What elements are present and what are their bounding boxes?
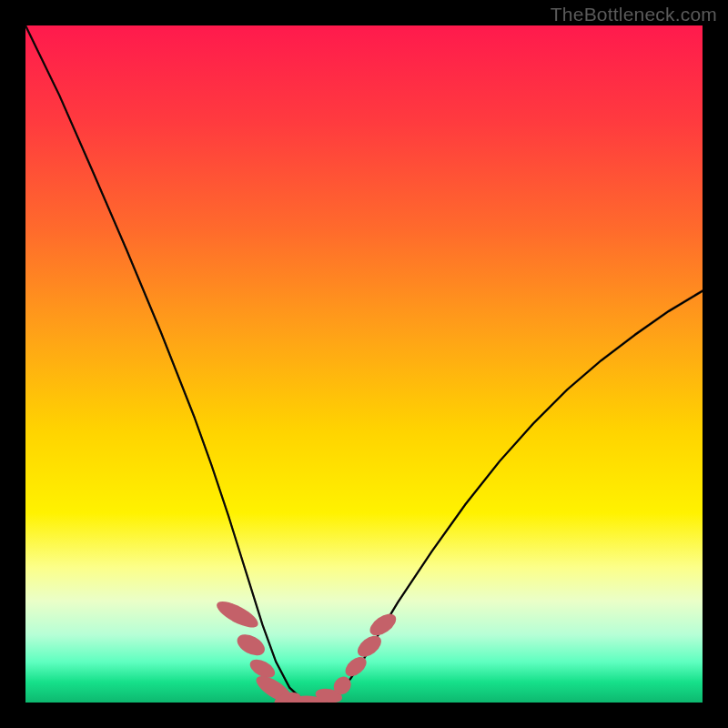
curve-layer: [25, 25, 703, 703]
curve-marker: [366, 610, 399, 640]
viewport-frame: TheBottleneck.com: [0, 0, 728, 728]
curve-rim-top: [25, 25, 703, 702]
plot-area: [25, 25, 703, 703]
chart-svg: [25, 25, 703, 703]
bottleneck-curve: [25, 25, 703, 703]
curve-marker: [234, 631, 268, 660]
attribution-label: TheBottleneck.com: [551, 4, 717, 25]
curve-marker: [354, 632, 385, 661]
curve-rim-bottom: [25, 26, 703, 703]
marker-layer: [213, 597, 399, 703]
